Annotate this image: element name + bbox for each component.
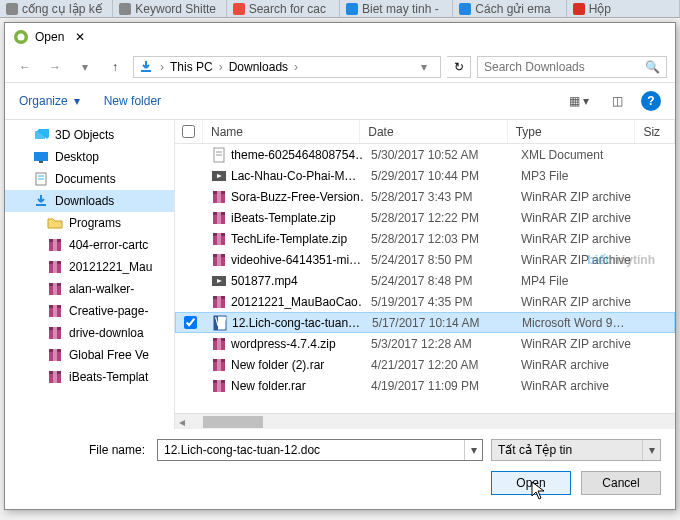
file-row[interactable]: TechLife-Template.zip 5/28/2017 12:03 PM… [175, 228, 675, 249]
address-dropdown-button[interactable]: ▾ [412, 55, 436, 79]
sidebar-item[interactable]: Downloads [5, 190, 174, 212]
browser-tab[interactable]: cống cụ lập kế [0, 0, 113, 17]
sidebar-item[interactable]: drive-downloa [5, 322, 174, 344]
file-date: 5/24/2017 8:48 PM [363, 274, 513, 288]
file-row[interactable]: wordpress-4.7.4.zip 5/3/2017 12:28 AM Wi… [175, 333, 675, 354]
column-date[interactable]: Date [360, 120, 507, 143]
file-row[interactable]: New folder.rar 4/19/2017 11:09 PM WinRAR… [175, 375, 675, 396]
forward-button[interactable]: → [43, 55, 67, 79]
sidebar-item[interactable]: 3D Objects [5, 124, 174, 146]
breadcrumb-part[interactable]: This PC [170, 60, 213, 74]
file-row[interactable]: 20121221_MauBaoCao… 5/19/2017 4:35 PM Wi… [175, 291, 675, 312]
preview-pane-button[interactable]: ◫ [603, 90, 631, 112]
svg-rect-16 [53, 283, 57, 295]
sidebar-item[interactable]: alan-walker- [5, 278, 174, 300]
up-button[interactable]: ↑ [103, 55, 127, 79]
file-name: 12.Lich-cong-tac-tuan… [232, 316, 360, 330]
search-box[interactable]: 🔍 [477, 56, 667, 78]
sidebar-item[interactable]: 20121221_Mau [5, 256, 174, 278]
search-input[interactable] [484, 60, 645, 74]
filename-combo[interactable]: ▾ [157, 439, 483, 461]
file-row[interactable]: Sora-Buzz-Free-Version… 5/28/2017 3:43 P… [175, 186, 675, 207]
tab-favicon [459, 3, 471, 15]
open-button[interactable]: Open [491, 471, 571, 495]
file-row[interactable]: New folder (2).rar 4/21/2017 12:20 AM Wi… [175, 354, 675, 375]
browser-tab[interactable]: Hộp [567, 0, 680, 17]
browser-tab-strip: cống cụ lập kếKeyword ShitteSearch for c… [0, 0, 680, 18]
browser-tab[interactable]: Biet may tinh - [340, 0, 453, 17]
filename-input[interactable] [158, 440, 464, 460]
scrollbar-thumb[interactable] [203, 416, 263, 428]
file-row[interactable]: theme-6025464808754… 5/30/2017 10:52 AM … [175, 144, 675, 165]
browser-tab[interactable]: Search for cac [227, 0, 340, 17]
sidebar-item[interactable]: Desktop [5, 146, 174, 168]
file-type: WinRAR ZIP archive [513, 190, 643, 204]
svg-rect-13 [53, 261, 57, 273]
file-row[interactable]: Lac-Nhau-Co-Phai-M… 5/29/2017 10:44 PM M… [175, 165, 675, 186]
sidebar-item-label: Documents [55, 172, 116, 186]
breadcrumb-part[interactable]: Downloads [229, 60, 288, 74]
file-date: 4/21/2017 12:20 AM [363, 358, 513, 372]
cancel-button[interactable]: Cancel [581, 471, 661, 495]
refresh-button[interactable]: ↻ [447, 56, 471, 78]
view-options-button[interactable]: ▦ ▾ [565, 90, 593, 112]
browser-tab[interactable]: Keyword Shitte [113, 0, 226, 17]
file-row[interactable]: W12.Lich-cong-tac-tuan… 5/17/2017 10:14 … [175, 312, 675, 333]
help-button[interactable]: ? [641, 91, 661, 111]
dialog-footer: File name: ▾ Tất cả Tệp tin ▾ Open Cance… [5, 429, 675, 509]
tab-label: Cách gửi ema [475, 2, 550, 16]
file-row[interactable]: 501877.mp4 5/24/2017 8:48 PM MP4 File [175, 270, 675, 291]
sidebar-item-label: Global Free Ve [69, 348, 149, 362]
file-name: TechLife-Template.zip [231, 232, 347, 246]
column-name[interactable]: Name [203, 120, 360, 143]
column-size[interactable]: Siz [635, 120, 675, 143]
file-date: 5/28/2017 12:03 PM [363, 232, 513, 246]
tab-favicon [119, 3, 131, 15]
svg-rect-3 [34, 152, 48, 161]
file-date: 5/24/2017 8:50 PM [363, 253, 513, 267]
back-button[interactable]: ← [13, 55, 37, 79]
file-name: videohive-6414351-mi… [231, 253, 361, 267]
winrar-icon [211, 231, 227, 247]
column-type[interactable]: Type [508, 120, 636, 143]
winrar-icon [47, 303, 63, 319]
close-button[interactable]: ✕ [64, 26, 96, 48]
recent-locations-button[interactable]: ▾ [73, 55, 97, 79]
sidebar-item[interactable]: Programs [5, 212, 174, 234]
file-name: wordpress-4.7.4.zip [231, 337, 336, 351]
file-filter-combo[interactable]: Tất cả Tệp tin ▾ [491, 439, 661, 461]
toolbar: Organize ▾ New folder ▦ ▾ ◫ ? [5, 83, 675, 119]
tab-label: Keyword Shitte [135, 2, 216, 16]
close-icon: ✕ [75, 30, 85, 44]
address-bar[interactable]: › This PC › Downloads › ▾ [133, 56, 441, 78]
svg-rect-35 [217, 191, 221, 203]
organize-button[interactable]: Organize ▾ [19, 94, 80, 108]
cancel-button-label: Cancel [602, 476, 639, 490]
filename-dropdown-button[interactable]: ▾ [464, 440, 482, 460]
file-rows: theme-6025464808754… 5/30/2017 10:52 AM … [175, 144, 675, 413]
sidebar-item[interactable]: Global Free Ve [5, 344, 174, 366]
new-folder-button[interactable]: New folder [104, 94, 161, 108]
column-checkbox[interactable] [175, 120, 203, 143]
sidebar-item[interactable]: Creative-page- [5, 300, 174, 322]
horizontal-scrollbar[interactable]: ◂ [175, 413, 675, 429]
winrar-icon [47, 325, 63, 341]
select-all-checkbox[interactable] [182, 125, 195, 138]
sidebar-item[interactable]: Documents [5, 168, 174, 190]
browser-tab[interactable]: Cách gửi ema [453, 0, 566, 17]
file-row[interactable]: iBeats-Template.zip 5/28/2017 12:22 PM W… [175, 207, 675, 228]
file-date: 5/28/2017 3:43 PM [363, 190, 513, 204]
file-row[interactable]: videohive-6414351-mi… 5/24/2017 8:50 PM … [175, 249, 675, 270]
organize-label: Organize [19, 94, 68, 108]
filter-dropdown-button[interactable]: ▾ [642, 440, 660, 460]
svg-rect-44 [217, 254, 221, 266]
sidebar-item[interactable]: 404-error-cartc [5, 234, 174, 256]
sidebar-item[interactable]: iBeats-Templat [5, 366, 174, 388]
winrar-icon [211, 294, 227, 310]
file-filter-value: Tất cả Tệp tin [492, 440, 642, 460]
file-type: WinRAR ZIP archive [513, 253, 643, 267]
row-checkbox[interactable] [184, 316, 197, 329]
winrar-icon [211, 189, 227, 205]
sidebar-item-label: Programs [69, 216, 121, 230]
file-name: New folder (2).rar [231, 358, 324, 372]
